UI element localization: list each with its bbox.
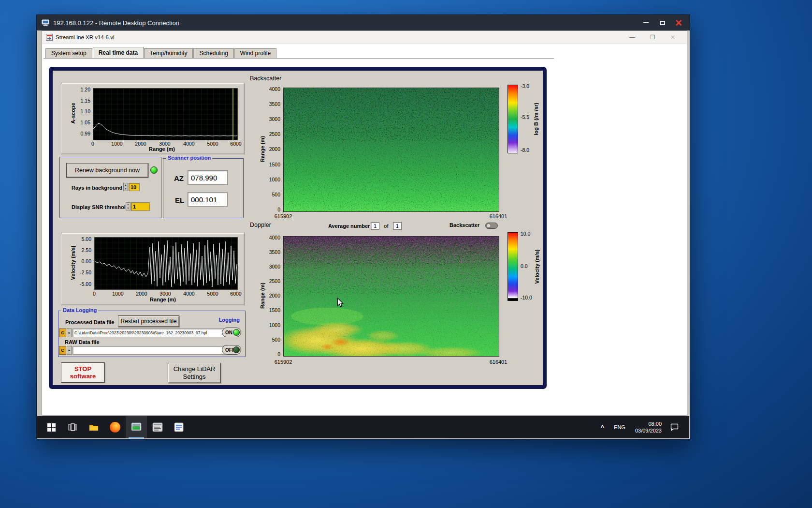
average-number-value[interactable]: 1 [371,222,379,230]
action-center-icon [670,423,679,431]
clock-time: 08:00 [635,420,662,427]
dp-ytick: 2500 [261,278,280,284]
raw-browse-icon[interactable]: ▸ [67,346,72,355]
velocity-xtick: 3000 [156,291,175,297]
scanner-position-group: Scanner position AZ 078.990 EL 000.101 [163,158,244,218]
backscatter-colorbar-label: log B (/m /sr) [533,103,539,135]
task-view-button[interactable] [62,416,83,438]
file-explorer-icon [89,423,99,431]
bs-cb-tick: -5.5 [521,114,529,120]
ascope-xtick: 0 [83,141,102,147]
app-minimize-button[interactable]: — [622,31,642,44]
action-center-button[interactable] [667,423,682,431]
app-restore-button[interactable]: ❐ [642,31,663,44]
tab-control-border [44,58,554,59]
processed-drive-box[interactable]: C [59,329,66,337]
ascope-x-axis-label: Range (m) [133,146,191,152]
velocity-ytick: 0.00 [74,258,91,264]
raw-logging-toggle[interactable]: OFF [222,345,241,355]
processed-path-field[interactable]: C:\Lidar\Data\Proc\2023\202309\20230903\… [72,329,226,337]
scanner-position-title: Scanner position [166,155,212,161]
tab-real-time-data[interactable]: Real time data [93,47,144,58]
dp-ytick: 4000 [261,235,280,240]
az-label: AZ [174,174,184,182]
ascope-xtick: 6000 [226,141,246,147]
bs-ytick: 3000 [261,116,280,122]
snr-spinner[interactable]: ▲▼ [126,202,130,210]
app-titlebar[interactable]: StreamLine XR v14-6.vi — ❐ ✕ [42,31,687,44]
dp-ytick: 500 [261,337,280,343]
restart-processed-file-button[interactable]: Restart processed file [118,315,179,327]
remote-desktop-icon [42,19,49,26]
az-value-field[interactable]: 078.990 [188,170,228,185]
el-value-field[interactable]: 000.101 [188,192,228,207]
stop-software-button[interactable]: STOP software [61,362,105,383]
snr-threshold-label: Display SNR threshold [72,204,129,210]
renew-background-led [150,166,158,174]
language-indicator[interactable]: ENG [609,424,630,430]
velocity-xtick: 6000 [226,291,246,297]
bs-ytick: 4000 [261,86,280,92]
bs-ytick: 1000 [261,177,280,182]
start-button[interactable] [41,416,62,438]
average-number-of-value[interactable]: 1 [393,222,402,230]
velocity-x-axis-label: Range (m) [134,297,192,302]
app-close-button[interactable]: ✕ [663,31,683,44]
file-explorer-button[interactable] [83,416,104,438]
raw-data-file-label: RAW Data file [65,339,100,345]
velocity-xtick: 2000 [132,291,151,297]
snr-value[interactable]: 1 [131,202,150,211]
renew-background-button[interactable]: Renew background now [66,163,148,178]
bs-cb-tick: -3.0 [521,83,529,89]
tab-temp-humidity[interactable]: Temp/humidity [144,48,193,58]
doppler-section-title: Doppler [250,222,271,228]
processed-browse-icon[interactable]: ▸ [67,329,72,337]
velocity-ytick: 5.00 [74,236,91,242]
change-lidar-settings-button[interactable]: Change LiDAR Settings [168,363,221,383]
scan-scheduler-button[interactable] [147,416,168,438]
streamline-taskbar-button[interactable] [126,416,147,438]
dp-x-end: 616401 [481,359,515,365]
bs-ytick: 1500 [261,162,280,167]
toggle-knob-icon [486,224,491,228]
rdp-window: 192.168.0.122 - Remote Desktop Connectio… [36,15,690,439]
ascope-xtick: 1000 [107,141,127,147]
rdp-titlebar[interactable]: 192.168.0.122 - Remote Desktop Connectio… [37,15,690,30]
ascope-ytick: 1.10 [74,108,90,114]
dp-ytick: 1500 [261,307,280,313]
rdp-close-button[interactable]: ✕ [670,15,687,30]
close-icon: ✕ [675,18,682,28]
toggle-knob-icon [233,346,240,353]
processed-logging-toggle[interactable]: ON [222,328,241,337]
velocity-xtick: 1000 [108,291,128,297]
bs-cb-tick: -8.0 [521,147,529,153]
windows-logo-icon [47,423,56,432]
tab-scheduling[interactable]: Scheduling [193,48,233,58]
ascope-ytick: 1.20 [74,87,90,92]
tray-expand-button[interactable]: ^ [596,424,609,431]
raw-path-field[interactable] [72,346,226,355]
raw-drive-box[interactable]: C [59,346,66,355]
notes-button[interactable] [168,416,189,438]
velocity-xtick: 5000 [203,291,222,297]
rdp-maximize-button[interactable] [654,15,670,30]
backscatter-toggle[interactable] [485,223,498,229]
rays-value[interactable]: 10 [129,183,140,191]
dp-cb-tick: 10.0 [521,231,530,237]
rays-spinner[interactable]: ▲▼ [123,183,128,191]
clock[interactable]: 08:00 03/09/2023 [630,420,667,434]
tab-system-setup[interactable]: System setup [45,48,92,58]
rdp-minimize-button[interactable] [638,15,654,30]
velocity-ytick: -2.50 [74,269,91,275]
processed-data-file-label: Processed Data file [65,319,115,325]
velocity-plot-group: Velocity (m/s) 5.00 2.50 0.00 -2.50 -5.0… [61,233,245,305]
firefox-icon [110,422,120,433]
dp-ytick: 2000 [261,293,280,299]
tab-wind-profile[interactable]: Wind profile [234,48,276,58]
bs-ytick: 2000 [261,146,280,152]
ascope-ytick: 1.15 [74,98,90,104]
backscatter-colorbar [508,85,518,153]
firefox-button[interactable] [104,416,126,438]
tab-strip: System setup Real time data Temp/humidit… [45,47,277,58]
change-label-line1: Change LiDAR [174,365,216,373]
